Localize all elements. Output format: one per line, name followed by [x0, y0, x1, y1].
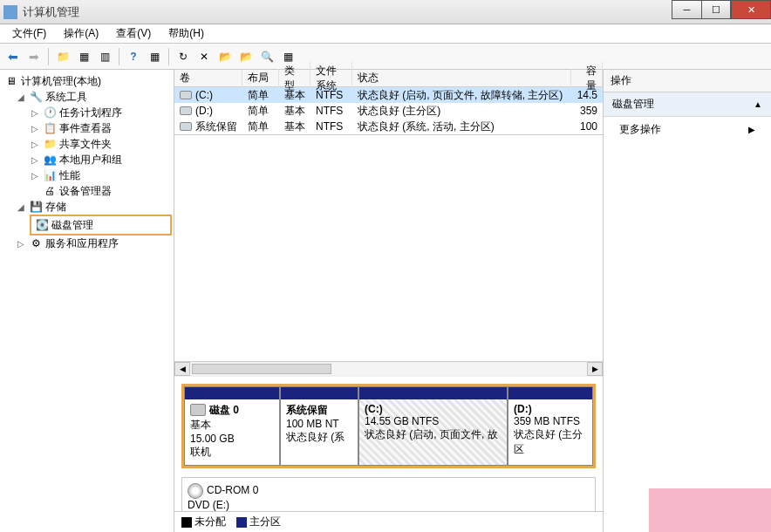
- cell: (D:): [195, 105, 213, 117]
- menu-action[interactable]: 操作(A): [57, 24, 106, 43]
- volume-icon: [180, 122, 192, 131]
- partition-status: 状态良好 (主分区: [514, 427, 587, 457]
- toolbar-icon[interactable]: 📂: [215, 47, 235, 66]
- cell: 14.5: [571, 88, 603, 102]
- expand-icon[interactable]: ▷: [30, 124, 40, 133]
- actions-more-label: 更多操作: [619, 122, 661, 137]
- partition-status: 状态良好 (系: [286, 430, 352, 445]
- header-layout[interactable]: 布局: [242, 69, 279, 87]
- scroll-left-button[interactable]: ◀: [174, 362, 190, 376]
- cell: 基本: [279, 87, 310, 104]
- clock-icon: 🕐: [43, 106, 57, 119]
- tree-system-tools[interactable]: ◢ 🔧 系统工具: [16, 89, 172, 105]
- computer-icon: 🖥: [4, 74, 18, 88]
- toolbar-icon[interactable]: ▦: [145, 47, 164, 66]
- window-controls: ─ ☐ ✕: [672, 0, 771, 19]
- delete-button[interactable]: ✕: [194, 47, 214, 66]
- cell: 简单: [242, 119, 279, 135]
- refresh-button[interactable]: ↻: [174, 47, 193, 66]
- legend: 未分配 主分区: [174, 511, 603, 532]
- expand-icon[interactable]: ▷: [30, 171, 40, 181]
- tree-label: 本地用户和组: [59, 153, 122, 167]
- back-button[interactable]: ⬅: [3, 47, 23, 66]
- tree-root[interactable]: 🖥 计算机管理(本地): [2, 73, 172, 89]
- tree-label: 磁盘管理: [51, 218, 93, 233]
- tree-label: 事件查看器: [59, 121, 112, 136]
- header-status[interactable]: 状态: [352, 69, 571, 87]
- tree-storage[interactable]: ◢ 💾 存储: [16, 199, 172, 215]
- help-button[interactable]: ?: [124, 47, 143, 66]
- expand-icon[interactable]: ▷: [30, 155, 40, 165]
- tree-shared-folders[interactable]: ▷ 📁 共享文件夹: [30, 136, 172, 152]
- disk-info-panel[interactable]: 磁盘 0 基本 15.00 GB 联机: [184, 386, 280, 466]
- table-row[interactable]: (D:) 简单 基本 NTFS 状态良好 (主分区) 359: [174, 103, 603, 119]
- cdrom-type: DVD (E:): [188, 499, 273, 511]
- scroll-thumb[interactable]: [192, 364, 331, 374]
- volume-icon: [180, 91, 192, 99]
- cell: NTFS: [310, 88, 352, 102]
- up-button[interactable]: 📁: [53, 47, 72, 66]
- show-hide-tree-button[interactable]: ▦: [74, 47, 93, 66]
- scroll-track[interactable]: [190, 363, 587, 375]
- disk-row: 磁盘 0 基本 15.00 GB 联机 系统保留 100 MB NT 状态良好 …: [184, 386, 593, 466]
- disk-icon: [190, 404, 206, 416]
- tree-event-viewer[interactable]: ▷ 📋 事件查看器: [30, 120, 172, 136]
- tree-performance[interactable]: ▷ 📊 性能: [30, 167, 172, 183]
- menu-view[interactable]: 查看(V): [109, 24, 158, 43]
- tree-disk-management[interactable]: 💽 磁盘管理: [32, 217, 169, 233]
- menu-help[interactable]: 帮助(H): [161, 24, 211, 43]
- cdrom-icon: [188, 483, 203, 499]
- disk-0-container: 磁盘 0 基本 15.00 GB 联机 系统保留 100 MB NT 状态良好 …: [181, 384, 596, 468]
- expand-icon[interactable]: ▷: [30, 140, 40, 149]
- cdrom-row[interactable]: CD-ROM 0 DVD (E:) 无媒体: [181, 477, 596, 512]
- tree-device-manager[interactable]: 🖨 设备管理器: [30, 183, 172, 199]
- cdrom-info-panel: CD-ROM 0 DVD (E:) 无媒体: [182, 478, 278, 512]
- menu-file[interactable]: 文件(F): [5, 24, 53, 43]
- performance-icon: 📊: [43, 168, 57, 182]
- tree-label: 性能: [59, 168, 80, 183]
- table-row[interactable]: (C:) 简单 基本 NTFS 状态良好 (启动, 页面文件, 故障转储, 主分…: [174, 87, 603, 103]
- horizontal-scrollbar[interactable]: ◀ ▶: [174, 361, 603, 377]
- folder-icon: 📁: [43, 137, 57, 151]
- chevron-right-icon: ▶: [748, 125, 755, 134]
- collapse-icon[interactable]: ◢: [16, 202, 26, 212]
- toolbar-icon[interactable]: 🔍: [257, 47, 276, 66]
- expand-icon[interactable]: ▷: [30, 108, 40, 118]
- properties-button[interactable]: ▥: [95, 47, 114, 66]
- table-row[interactable]: 系统保留 简单 基本 NTFS 状态良好 (系统, 活动, 主分区) 100: [174, 119, 603, 134]
- partition-c[interactable]: (C:) 14.55 GB NTFS 状态良好 (启动, 页面文件, 故: [358, 386, 508, 466]
- actions-section[interactable]: 磁盘管理 ▲: [604, 92, 771, 117]
- cell: 359: [571, 104, 603, 118]
- minimize-button[interactable]: ─: [672, 0, 701, 19]
- collapse-icon[interactable]: ◢: [16, 92, 26, 102]
- separator: [48, 48, 49, 65]
- menubar: 文件(F) 操作(A) 查看(V) 帮助(H): [0, 24, 771, 44]
- actions-more[interactable]: 更多操作 ▶: [604, 117, 771, 142]
- tree-services-apps[interactable]: ▷ ⚙ 服务和应用程序: [16, 235, 172, 251]
- expand-icon[interactable]: ▷: [16, 239, 26, 249]
- actions-header: 操作: [604, 70, 771, 92]
- partition-d[interactable]: (D:) 359 MB NTFS 状态良好 (主分区: [508, 386, 593, 466]
- tree-local-users[interactable]: ▷ 👥 本地用户和组: [30, 152, 172, 167]
- forward-button[interactable]: ➡: [24, 47, 44, 66]
- event-icon: 📋: [43, 121, 57, 135]
- cell: 基本: [279, 119, 310, 135]
- partition-name: (D:): [514, 403, 587, 415]
- partition-system-reserved[interactable]: 系统保留 100 MB NT 状态良好 (系: [280, 386, 358, 466]
- scroll-right-button[interactable]: ▶: [587, 362, 603, 376]
- storage-icon: 💾: [29, 200, 43, 214]
- separator: [168, 48, 169, 65]
- maximize-button[interactable]: ☐: [701, 0, 731, 19]
- close-button[interactable]: ✕: [731, 0, 771, 19]
- tree-label: 设备管理器: [59, 184, 112, 199]
- volume-icon: [180, 106, 192, 115]
- middle-panel: 卷 布局 类型 文件系统 状态 容量 (C:) 简单 基本 NTFS 状态良好 …: [174, 70, 604, 532]
- cell: 基本: [279, 103, 310, 119]
- partition-name: (C:): [365, 403, 501, 415]
- header-volume[interactable]: 卷: [174, 69, 242, 87]
- actions-panel: 操作 磁盘管理 ▲ 更多操作 ▶: [604, 70, 771, 532]
- tree-task-scheduler[interactable]: ▷ 🕐 任务计划程序: [30, 105, 172, 120]
- cell: 简单: [242, 103, 279, 119]
- partition-area: 系统保留 100 MB NT 状态良好 (系 (C:) 14.55 GB NTF…: [280, 386, 593, 466]
- toolbar-icon[interactable]: 📂: [236, 47, 256, 66]
